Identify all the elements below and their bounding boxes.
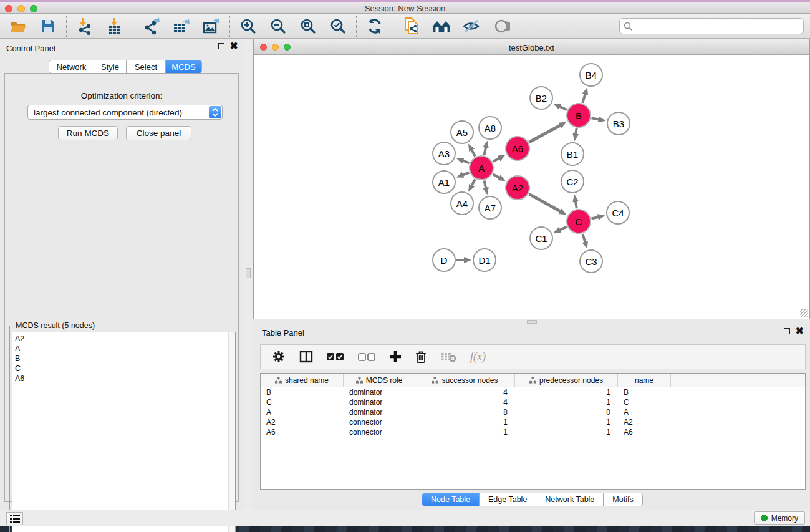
mcds-result-item[interactable]: A: [15, 344, 226, 354]
graph-node-C1[interactable]: C1: [529, 226, 553, 250]
graph-node-A6[interactable]: A6: [505, 136, 530, 161]
graph-node-B2[interactable]: B2: [529, 86, 553, 110]
zoom-fit-button[interactable]: [297, 16, 319, 36]
graph-edge-B-B1[interactable]: [576, 128, 577, 135]
new-network-from-selection-button[interactable]: [401, 16, 422, 36]
tab-motifs[interactable]: Motifs: [604, 493, 642, 506]
network-canvas[interactable]: AA1A2A3A4A5A6A7A8BB1B2B3B4CC1C2C3C4DD1: [253, 55, 810, 319]
zoom-selected-button[interactable]: [327, 16, 349, 36]
vertical-splitter-handle[interactable]: [246, 268, 251, 278]
graph-node-A4[interactable]: A4: [450, 191, 474, 215]
graph-node-C4[interactable]: C4: [606, 201, 630, 225]
table-row[interactable]: A6connector11A6: [261, 427, 805, 437]
vertical-splitter[interactable]: [243, 39, 253, 510]
close-panel-icon[interactable]: ✖: [230, 43, 238, 49]
table-float-icon[interactable]: [784, 328, 790, 334]
horizontal-splitter-handle[interactable]: [527, 320, 537, 324]
import-network-button[interactable]: [74, 16, 95, 36]
graph-node-C3[interactable]: C3: [579, 249, 603, 273]
mcds-result-list[interactable]: A2ABCA6: [12, 332, 236, 532]
search-box[interactable]: [619, 18, 804, 34]
zoom-in-button[interactable]: [238, 16, 259, 36]
graph-edge-C-C4[interactable]: [591, 217, 598, 219]
tab-node-table[interactable]: Node Table: [422, 493, 480, 506]
float-panel-icon[interactable]: [218, 43, 224, 49]
table-settings-button[interactable]: [272, 347, 286, 366]
tab-style[interactable]: Style: [94, 60, 127, 73]
show-graphics-details-button[interactable]: [491, 16, 512, 36]
graph-node-B3[interactable]: B3: [607, 112, 630, 135]
mcds-result-item[interactable]: A2: [15, 334, 226, 344]
export-network-button[interactable]: [141, 16, 162, 36]
graph-edge-A-A2[interactable]: [493, 174, 499, 178]
result-list-scrollbar[interactable]: [228, 332, 235, 532]
graph-edge-C-C1[interactable]: [559, 227, 567, 230]
search-input[interactable]: [635, 22, 799, 31]
delete-table-button[interactable]: [440, 347, 456, 366]
resize-grip[interactable]: [800, 309, 808, 317]
graph-edge-A-A3[interactable]: [463, 160, 470, 163]
table-row[interactable]: Adominator80A: [261, 407, 805, 417]
graph-edge-A-A1[interactable]: [463, 173, 470, 175]
graph-node-D[interactable]: D: [432, 248, 456, 272]
graph-node-A[interactable]: A: [469, 155, 494, 180]
hide-details-button[interactable]: [461, 16, 482, 36]
graph-edge-A-A5[interactable]: [471, 150, 475, 156]
graph-edge-A-A7[interactable]: [484, 181, 486, 188]
mcds-result-item[interactable]: B: [15, 354, 226, 364]
graph-edge-A-A8[interactable]: [484, 147, 486, 155]
graph-node-A3[interactable]: A3: [432, 142, 456, 165]
graph-node-B4[interactable]: B4: [579, 63, 603, 87]
graph-node-C[interactable]: C: [566, 209, 591, 234]
refresh-button[interactable]: [364, 16, 385, 36]
tab-edge-table[interactable]: Edge Table: [480, 493, 536, 506]
column-header-MCDS-role[interactable]: MCDS role: [344, 374, 415, 387]
graph-edge-A6-B[interactable]: [529, 125, 561, 142]
graph-node-D1[interactable]: D1: [473, 248, 496, 272]
optimization-criterion-select[interactable]: largest connected component (directed): [27, 105, 223, 120]
tab-select[interactable]: Select: [127, 60, 166, 73]
graph-edge-A-A6[interactable]: [493, 158, 499, 162]
import-table-button[interactable]: [104, 16, 125, 36]
create-new-column-button[interactable]: [389, 347, 402, 366]
tab-network[interactable]: Network: [49, 60, 94, 73]
table-close-icon[interactable]: ✖: [796, 328, 804, 334]
memory-button[interactable]: Memory: [754, 511, 805, 525]
function-builder-button[interactable]: f(x): [470, 347, 486, 366]
graph-edge-B-B3[interactable]: [592, 118, 599, 119]
column-header-name[interactable]: name: [618, 374, 671, 387]
graph-node-C2[interactable]: C2: [561, 170, 584, 193]
run-mcds-button[interactable]: Run MCDS: [58, 126, 118, 140]
graph-edge-A-A4[interactable]: [471, 179, 475, 185]
graph-edge-C-C2[interactable]: [576, 201, 577, 209]
save-session-button[interactable]: [37, 16, 59, 36]
graph-node-B1[interactable]: B1: [561, 142, 584, 166]
column-header-shared-name[interactable]: shared name: [261, 374, 344, 387]
column-header-successor-nodes[interactable]: successor nodes: [415, 374, 515, 387]
table-row[interactable]: A2connector11A2: [261, 417, 805, 427]
graph-node-A5[interactable]: A5: [450, 120, 474, 144]
close-panel-button[interactable]: Close panel: [126, 126, 191, 140]
export-table-button[interactable]: [171, 16, 192, 36]
delete-columns-button[interactable]: [415, 347, 427, 366]
graph-node-B[interactable]: B: [566, 103, 591, 128]
graph-node-A8[interactable]: A8: [478, 116, 502, 140]
mcds-result-item[interactable]: C: [15, 364, 226, 374]
select-all-columns-button[interactable]: [327, 347, 344, 366]
graph-edge-C-C3[interactable]: [582, 234, 585, 242]
show-task-history-button[interactable]: [6, 512, 23, 525]
graph-edge-A2-C[interactable]: [529, 194, 561, 211]
graph-edge-B-B4[interactable]: [582, 94, 585, 103]
network-window-titlebar[interactable]: testGlobe.txt: [253, 39, 810, 55]
home-button[interactable]: [431, 16, 452, 36]
column-header-predecessor-nodes[interactable]: predecessor nodes: [515, 374, 618, 387]
graph-node-A1[interactable]: A1: [432, 170, 456, 194]
graph-node-A7[interactable]: A7: [478, 196, 502, 220]
tab-mcds[interactable]: MCDS: [166, 60, 201, 73]
table-row[interactable]: Bdominator41B: [261, 387, 805, 397]
mcds-result-item[interactable]: A6: [15, 374, 226, 384]
tab-network-table[interactable]: Network Table: [536, 493, 604, 506]
graph-node-A2[interactable]: A2: [505, 175, 530, 200]
export-image-button[interactable]: [201, 16, 222, 36]
zoom-out-button[interactable]: [268, 16, 289, 36]
